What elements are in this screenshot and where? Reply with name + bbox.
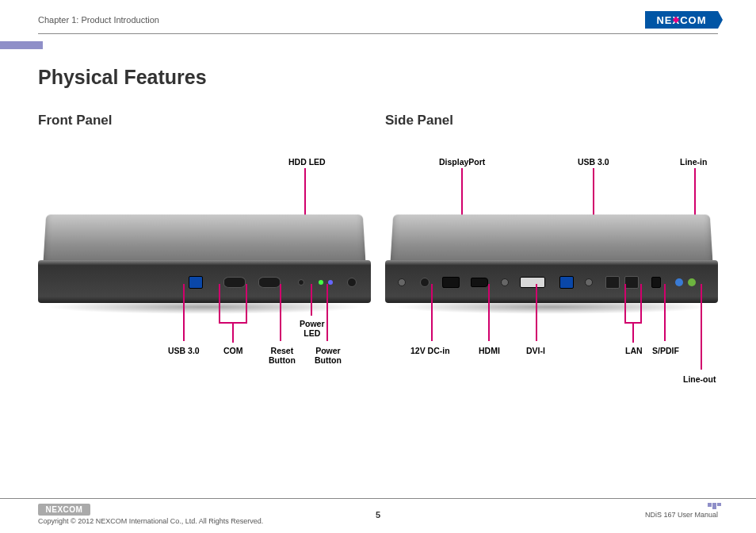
port-lan — [624, 276, 639, 289]
port-com — [223, 277, 246, 288]
page-title: Physical Features — [38, 66, 718, 89]
port-reset — [298, 279, 304, 286]
leader — [232, 322, 234, 343]
leader — [664, 284, 666, 341]
leader — [326, 284, 328, 341]
port-ant — [398, 278, 406, 286]
leader — [431, 284, 433, 341]
leader — [219, 284, 220, 322]
label-com: COM — [223, 346, 243, 355]
leader — [488, 284, 490, 341]
port-com — [258, 277, 281, 288]
accent-bar — [0, 41, 43, 49]
leader — [536, 284, 537, 341]
leader — [640, 284, 642, 322]
label-dvii: DVI-I — [526, 346, 545, 355]
port-lan — [605, 276, 620, 289]
label-hdmi: HDMI — [479, 346, 500, 355]
chapter-label: Chapter 1: Product Introduction — [38, 15, 159, 25]
device-side — [385, 213, 718, 324]
label-reset: Reset Button — [269, 346, 296, 365]
port-power-btn — [347, 278, 357, 287]
led-power — [328, 280, 333, 285]
side-panel-diagram: DisplayPort USB 3.0 Line-in — [385, 140, 718, 393]
copyright: Copyright © 2012 NEXCOM International Co… — [38, 517, 263, 525]
label-lan: LAN — [625, 346, 643, 355]
port-linein — [675, 278, 683, 286]
port-hdmi — [471, 278, 488, 287]
footer-logo: NEXCOM — [38, 504, 90, 516]
label-lineout: Line-out — [683, 374, 716, 384]
label-usb30-top: USB 3.0 — [578, 157, 609, 167]
leader — [246, 284, 247, 322]
port-usb30 — [559, 276, 574, 289]
header-rule — [38, 33, 718, 34]
leader — [311, 284, 312, 316]
side-panel: Side Panel DisplayPort USB 3.0 Line-in — [385, 113, 718, 393]
label-usb30: USB 3.0 — [168, 346, 200, 355]
port-spdif — [651, 277, 661, 288]
port-dcin — [420, 278, 430, 287]
front-panel: Front Panel HDD LED — [38, 113, 371, 393]
leader — [632, 322, 634, 343]
port-dvi — [520, 277, 545, 288]
label-displayport: DisplayPort — [439, 157, 485, 167]
footer: NEXCOM Copyright © 2012 NEXCOM Internati… — [0, 498, 756, 533]
page-number: 5 — [376, 510, 380, 520]
leader — [701, 284, 702, 370]
port-lineout — [688, 278, 696, 286]
side-panel-heading: Side Panel — [385, 113, 718, 128]
label-power-led: Power LED — [300, 319, 325, 338]
device-front — [38, 213, 371, 324]
leader — [280, 284, 281, 341]
label-dcin: 12V DC-in — [410, 346, 450, 355]
led-hdd — [319, 280, 323, 285]
port-ant — [501, 278, 509, 286]
front-panel-diagram: HDD LED — [38, 140, 371, 393]
port-usb30 — [189, 276, 203, 289]
port-ant — [585, 278, 593, 286]
front-panel-heading: Front Panel — [38, 113, 371, 128]
leader — [183, 284, 185, 341]
label-linein: Line-in — [680, 157, 707, 167]
port-displayport — [442, 277, 460, 288]
leader — [624, 284, 626, 322]
label-power-btn: Power Button — [315, 346, 342, 365]
doc-title: NDiS 167 User Manual — [645, 511, 718, 519]
label-hdd-led: HDD LED — [288, 157, 326, 167]
brand-logo: NEXCOM — [645, 11, 718, 29]
label-spdif: S/PDIF — [652, 346, 679, 355]
